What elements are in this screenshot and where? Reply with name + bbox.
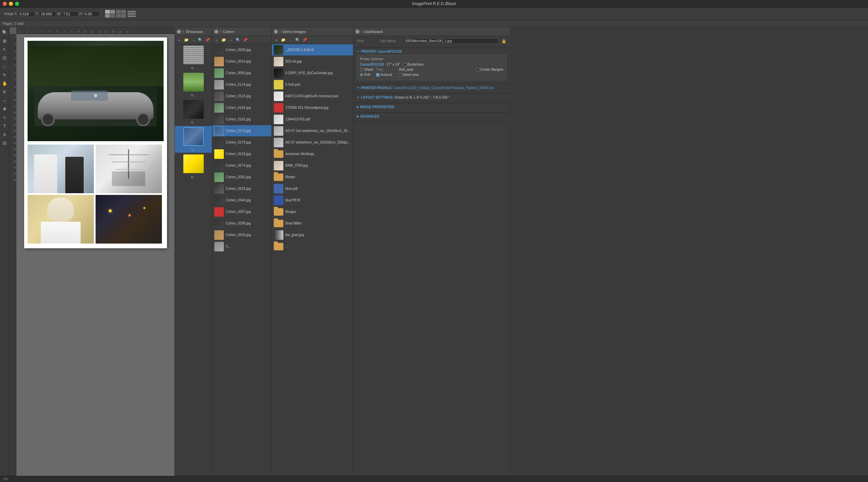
zoom-tool[interactable]: 🔍 <box>1 29 9 36</box>
demo-search-btn[interactable]: 🔍 <box>295 37 301 43</box>
sheet-radio[interactable]: Sheet <box>360 68 373 71</box>
cohen-item-0162[interactable]: Cohen_0162.jpg <box>212 114 271 125</box>
cohen-item-0142[interactable]: Cohen_0142.jpg <box>212 102 271 114</box>
demo-nav-btn[interactable]: → <box>287 37 294 43</box>
advanced-title[interactable]: ADVANCED <box>357 115 506 118</box>
cohen-folder-btn[interactable]: 📁 <box>221 37 227 43</box>
demo-pin-btn[interactable]: 📌 <box>302 37 308 43</box>
showcase-item-2[interactable]: 0... <box>175 71 212 99</box>
cohen-item-0344[interactable]: Cohen_0344.jpg <box>212 195 271 206</box>
cohen-pin-btn[interactable]: 📌 <box>242 37 248 43</box>
grid-photo-4[interactable] <box>96 195 162 244</box>
showcase-pin-btn[interactable]: 📌 <box>204 37 211 43</box>
cohen-item-0050[interactable]: Cohen_0050.jpg <box>212 67 271 79</box>
demo-item-drip[interactable]: 5-DRIP_NYE_ByCarJordan.jpg <box>272 67 353 79</box>
h-value[interactable]: 5.00 <box>83 11 100 17</box>
showcase-file-list[interactable]: 0... 0... 0... 1... <box>175 44 212 476</box>
cohen-item-0124[interactable]: Cohen_0124.jpg <box>212 90 271 102</box>
cohen-item-0357[interactable]: Cohen_0357.jpg <box>212 206 271 218</box>
demo-item-blue-pdf[interactable]: blue.pdf <box>272 183 353 195</box>
maximize-button[interactable] <box>15 2 19 6</box>
grid-icons[interactable] <box>116 10 126 18</box>
cohen-file-list[interactable]: Cohen_0005.jpg Cohen_0014.jpg Cohen_0050… <box>212 44 271 476</box>
demo-item-ad07wet[interactable]: AD 07 wetterhorn_sw_150x56cm_300dpi_prin… <box>272 137 353 148</box>
grid-photo-2[interactable] <box>96 145 162 193</box>
printer-section-title[interactable]: PRINTER: CanonIPG2100 <box>357 50 506 53</box>
cohen-nav-btn[interactable]: → <box>228 37 234 43</box>
main-photo[interactable] <box>28 41 164 141</box>
demo-item-brad-miller[interactable]: Brad Miller <box>272 218 353 229</box>
w-value[interactable]: 7.51 <box>61 11 78 17</box>
demo-item-1344416763[interactable]: 1344416763.pdf <box>272 114 353 125</box>
demo-item-bluetiff[interactable]: blueTiff.tif <box>272 195 353 206</box>
cohen-close[interactable] <box>214 30 218 34</box>
demo-item-j9j6789[interactable]: _J9J6789-1-Edit.tif <box>272 44 353 56</box>
showcase-nav-btn[interactable]: → <box>190 37 197 43</box>
roll-radio[interactable]: Roll <box>360 73 370 77</box>
cohen-item-0114[interactable]: Cohen_0114.jpg <box>212 79 271 90</box>
showcase-search-btn[interactable]: 🔍 <box>197 37 203 43</box>
arrow-tool[interactable]: ↔ <box>1 97 9 104</box>
cohen-item-0429[interactable]: Cohen_0429.jpg <box>212 229 271 241</box>
cohen-item-0218[interactable]: Cohen_0218.jpg <box>212 148 271 160</box>
cohen-item-0014[interactable]: Cohen_0014.jpg <box>212 56 271 67</box>
demo-item-003ret[interactable]: 003-ret.jpg <box>272 56 353 67</box>
showcase-add-btn[interactable]: + <box>176 37 182 43</box>
center-margins-checkbox[interactable]: Center Margins <box>476 68 503 71</box>
cohen-item-0274[interactable]: Cohen_0274.jpg <box>212 160 271 171</box>
image-properties-title[interactable]: IMAGE PROPERTIES <box>357 105 506 109</box>
autocut-checkbox[interactable]: Autocut <box>376 73 392 77</box>
job-lock-icon[interactable]: 🔒 <box>501 39 506 44</box>
layout-icons[interactable] <box>105 10 115 18</box>
demo-item-bam3769[interactable]: BAM_3769.jpg <box>272 160 353 171</box>
cohen-search-btn[interactable]: 🔍 <box>235 37 241 43</box>
showcase-item-3[interactable]: 0... <box>175 99 212 126</box>
close-button[interactable] <box>3 2 7 6</box>
cohen-item-0005[interactable]: Cohen_0005.jpg <box>212 44 271 56</box>
pointer-tool[interactable]: ↖ <box>1 46 9 53</box>
minimize-button[interactable] <box>9 2 13 6</box>
cohen-item-0282[interactable]: Cohen_0282.jpg <box>212 171 271 183</box>
borderless-checkbox[interactable]: Borderless <box>403 63 424 66</box>
showcase-item-5[interactable]: b... <box>175 153 212 180</box>
grid-photo-3[interactable] <box>28 195 94 244</box>
demo-images-close[interactable] <box>274 30 278 34</box>
job-name-input[interactable] <box>403 38 499 44</box>
x-value[interactable]: 0.518 <box>18 11 35 17</box>
demo-folder-btn[interactable]: 📁 <box>280 37 286 43</box>
cohen-item-c[interactable]: C... <box>212 241 271 252</box>
demo-item-bw-grad[interactable]: bw_grad.jpg <box>272 229 353 241</box>
grid2-tool[interactable]: ⊟ <box>1 139 9 147</box>
cohen-item-0319[interactable]: Cohen_0319.jpg <box>212 183 271 195</box>
printer-profile-title[interactable]: PRINTER PROFILE: CanonPro2100_4100pk_Can… <box>357 86 506 90</box>
select-tool[interactable]: ⊹ <box>1 114 9 121</box>
demo-item-ad07get[interactable]: AD 07 Get weiterhorn_sw_150x56cm_300dpi_… <box>272 125 353 137</box>
demo-item-american-moldings[interactable]: American Moldings <box>272 148 353 160</box>
y-value[interactable]: 18.092 <box>39 11 56 17</box>
demo-item-5x8[interactable]: 5.5x8.psd <box>272 79 353 90</box>
brush-tool[interactable]: A <box>1 131 9 138</box>
lasso-tool[interactable]: ◌ <box>1 63 9 70</box>
move-tool[interactable]: ✥ <box>1 105 9 113</box>
cohen-item-0399[interactable]: Cohen_0399.jpg <box>212 218 271 229</box>
cohen-item-0179[interactable]: Cohen_0179.jpg <box>212 137 271 148</box>
pen-tool[interactable]: ✎ <box>1 71 9 79</box>
cohen-item-0173[interactable]: Cohen_0173.jpg <box>212 125 271 137</box>
demo-item-270509[interactable]: 270509 531-50smallprint.jpg <box>272 102 353 114</box>
list-icons[interactable] <box>127 10 136 18</box>
demo-item-partial[interactable]: ... <box>272 241 353 252</box>
showcase-close[interactable] <box>177 30 181 34</box>
demo-add-btn[interactable]: + <box>273 37 279 43</box>
inked-area-checkbox[interactable]: Inked area <box>398 73 419 77</box>
demo-item-040713[interactable]: 040713-043-lgt65x45 notecard.psd <box>272 90 353 102</box>
showcase-folder-btn[interactable]: 📁 <box>183 37 189 43</box>
layout-settings-title[interactable]: LAYOUT SETTINGS: Rotate to fit, L-R 0.25… <box>357 96 506 99</box>
canvas-content[interactable]: age 1 <box>16 34 174 476</box>
demo-item-borges[interactable]: Borges <box>272 206 353 218</box>
grid-tool[interactable]: ⊞ <box>1 37 9 45</box>
crop-tool[interactable]: ⊡ <box>1 54 9 62</box>
showcase-item-4[interactable]: 1... <box>175 126 212 153</box>
grid-photo-1[interactable] <box>28 145 94 193</box>
hand-tool[interactable]: ✋ <box>1 80 9 87</box>
dashboard-close[interactable] <box>355 30 360 34</box>
